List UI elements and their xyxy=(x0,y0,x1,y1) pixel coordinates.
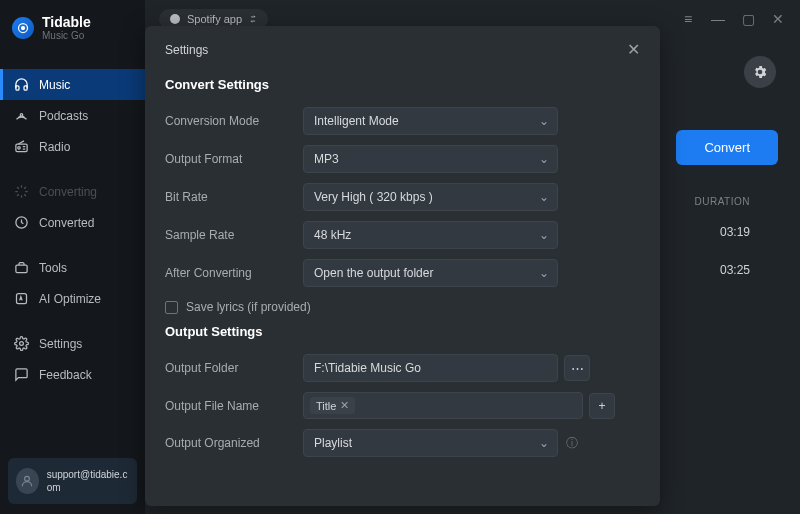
convert-button[interactable]: Convert xyxy=(676,130,778,165)
label-output-filename: Output File Name xyxy=(165,399,303,413)
label-save-lyrics: Save lyrics (if provided) xyxy=(186,300,311,314)
gear-icon xyxy=(14,336,29,351)
spinner-icon xyxy=(14,184,29,199)
label-bit-rate: Bit Rate xyxy=(165,190,303,204)
window-controls: ≡ — ▢ ✕ xyxy=(680,11,786,27)
modal-title: Settings xyxy=(165,43,208,57)
sidebar-item-label: Radio xyxy=(39,140,70,154)
chevron-down-icon: ⌄ xyxy=(539,190,549,204)
checkbox-save-lyrics[interactable] xyxy=(165,301,178,314)
remove-tag-icon[interactable]: ✕ xyxy=(340,399,349,412)
sidebar-item-podcasts[interactable]: Podcasts xyxy=(0,100,145,131)
sidebar-item-label: Podcasts xyxy=(39,109,88,123)
chevron-down-icon: ⌄ xyxy=(539,436,549,450)
sidebar-item-tools[interactable]: Tools xyxy=(0,252,145,283)
sidebar-item-label: Settings xyxy=(39,337,82,351)
label-output-organized: Output Organized xyxy=(165,436,303,450)
svg-point-10 xyxy=(170,14,180,24)
sidebar-item-label: AI Optimize xyxy=(39,292,101,306)
column-header-duration: DURATION xyxy=(695,196,750,207)
add-tag-button[interactable]: + xyxy=(589,393,615,419)
sidebar-item-label: Converted xyxy=(39,216,94,230)
podcast-icon xyxy=(14,108,29,123)
sidebar-item-converted[interactable]: Converted xyxy=(0,207,145,238)
duration-cell: 03:19 xyxy=(720,225,750,239)
settings-gear-button[interactable] xyxy=(744,56,776,88)
select-bit-rate[interactable]: Very High ( 320 kbps )⌄ xyxy=(303,183,558,211)
filename-tag-title[interactable]: Title✕ xyxy=(310,397,355,414)
sidebar-item-label: Converting xyxy=(39,185,97,199)
chevron-down-icon: ⌄ xyxy=(539,228,549,242)
select-after-converting[interactable]: Open the output folder⌄ xyxy=(303,259,558,287)
input-output-filename[interactable]: Title✕ xyxy=(303,392,583,419)
sidebar-item-feedback[interactable]: Feedback xyxy=(0,359,145,390)
select-output-format[interactable]: MP3⌄ xyxy=(303,145,558,173)
select-output-organized[interactable]: Playlist⌄ xyxy=(303,429,558,457)
chevron-down-icon: ⌄ xyxy=(539,152,549,166)
svg-point-8 xyxy=(20,342,24,346)
sidebar: Tidable Music Go Music Podcasts Radio Co… xyxy=(0,0,145,514)
label-sample-rate: Sample Rate xyxy=(165,228,303,242)
brand-logo xyxy=(12,17,34,39)
sidebar-item-music[interactable]: Music xyxy=(0,69,145,100)
gear-icon xyxy=(752,64,768,80)
sidebar-item-label: Music xyxy=(39,78,70,92)
swap-icon xyxy=(248,14,258,24)
maximize-button[interactable]: ▢ xyxy=(740,11,756,27)
close-icon[interactable]: ✕ xyxy=(627,40,640,59)
ai-icon xyxy=(14,291,29,306)
settings-modal: Settings ✕ Convert Settings Conversion M… xyxy=(145,26,660,506)
avatar xyxy=(16,468,39,494)
chevron-down-icon: ⌄ xyxy=(539,114,549,128)
minimize-button[interactable]: — xyxy=(710,11,726,27)
label-after-converting: After Converting xyxy=(165,266,303,280)
svg-point-1 xyxy=(22,26,25,29)
sidebar-item-ai-optimize[interactable]: AI Optimize xyxy=(0,283,145,314)
sidebar-item-label: Tools xyxy=(39,261,67,275)
sidebar-item-label: Feedback xyxy=(39,368,92,382)
menu-icon[interactable]: ≡ xyxy=(680,11,696,27)
select-conversion-mode[interactable]: Intelligent Mode⌄ xyxy=(303,107,558,135)
brand-title: Tidable xyxy=(42,14,91,30)
sidebar-item-radio[interactable]: Radio xyxy=(0,131,145,162)
section-output-settings: Output Settings xyxy=(165,318,640,349)
spotify-icon xyxy=(169,13,181,25)
toolbox-icon xyxy=(14,260,29,275)
info-icon[interactable]: ⓘ xyxy=(566,435,578,452)
label-conversion-mode: Conversion Mode xyxy=(165,114,303,128)
spotify-chip-label: Spotify app xyxy=(187,13,242,25)
sidebar-item-settings[interactable]: Settings xyxy=(0,328,145,359)
input-output-folder[interactable]: F:\Tidabie Music Go xyxy=(303,354,558,382)
svg-point-9 xyxy=(25,476,30,481)
close-button[interactable]: ✕ xyxy=(770,11,786,27)
chat-icon xyxy=(14,367,29,382)
section-convert-settings: Convert Settings xyxy=(165,71,640,102)
browse-folder-button[interactable]: ⋯ xyxy=(564,355,590,381)
chevron-down-icon: ⌄ xyxy=(539,266,549,280)
user-email: support@tidabie.com xyxy=(47,468,129,494)
duration-cell: 03:25 xyxy=(720,263,750,277)
select-sample-rate[interactable]: 48 kHz⌄ xyxy=(303,221,558,249)
label-output-format: Output Format xyxy=(165,152,303,166)
clock-icon xyxy=(14,215,29,230)
headphones-icon xyxy=(14,77,29,92)
user-card[interactable]: support@tidabie.com xyxy=(8,458,137,504)
brand: Tidable Music Go xyxy=(0,0,145,51)
svg-rect-6 xyxy=(16,265,27,273)
label-output-folder: Output Folder xyxy=(165,361,303,375)
sidebar-item-converting[interactable]: Converting xyxy=(0,176,145,207)
svg-point-4 xyxy=(18,147,21,150)
brand-subtitle: Music Go xyxy=(42,30,91,41)
radio-icon xyxy=(14,139,29,154)
